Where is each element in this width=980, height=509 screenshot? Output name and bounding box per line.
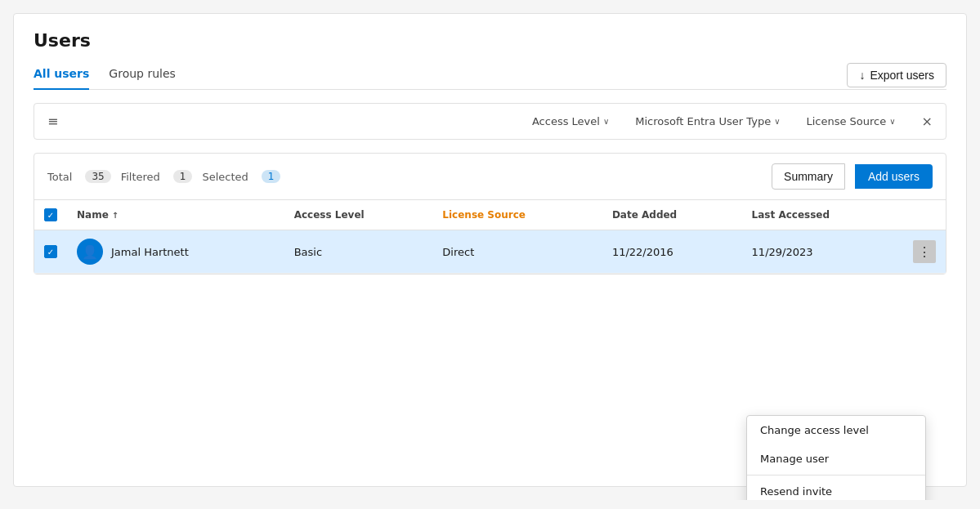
add-users-button[interactable]: Add users — [855, 164, 933, 189]
users-table: ✓ Name ↑ Access Level License Source Dat… — [34, 200, 946, 274]
access-level-label: Access Level — [532, 115, 600, 127]
filter-bar: ≡ Access Level ∨ Microsoft Entra User Ty… — [34, 103, 946, 140]
table-header-bar: Total 35 Filtered 1 Selected 1 Summary A… — [34, 154, 946, 200]
col-license-source: License Source — [432, 200, 602, 230]
table-container: Total 35 Filtered 1 Selected 1 Summary A… — [34, 153, 946, 275]
context-menu-divider-1 — [747, 475, 925, 476]
table-header-row: ✓ Name ↑ Access Level License Source Dat… — [34, 200, 946, 230]
col-last-accessed: Last Accessed — [742, 200, 903, 230]
row-license-source: Direct — [432, 230, 602, 274]
select-all-checkbox[interactable]: ✓ — [44, 208, 57, 221]
row-name-cell: 👤 Jamal Hartnett — [67, 230, 284, 274]
col-access-level: Access Level — [284, 200, 433, 230]
filter-access-level[interactable]: Access Level ∨ — [526, 112, 615, 131]
more-icon: ⋮ — [918, 244, 931, 260]
col-name[interactable]: Name ↑ — [67, 200, 284, 230]
total-count-badge: 35 — [85, 170, 110, 183]
check-icon: ✓ — [47, 248, 54, 257]
row-actions-cell: ⋮ — [903, 230, 946, 274]
table-row: ✓ 👤 Jamal Hartnett Basic Direct 11/22 — [34, 230, 946, 274]
filter-icon: ≡ — [47, 114, 58, 129]
context-menu-change-access[interactable]: Change access level — [747, 416, 925, 444]
row-checkbox[interactable]: ✓ — [44, 245, 57, 258]
filter-close-icon[interactable]: × — [922, 114, 933, 129]
filter-entra-user-type[interactable]: Microsoft Entra User Type ∨ — [629, 112, 786, 131]
license-source-chevron: ∨ — [889, 117, 895, 126]
tab-all-users[interactable]: All users — [34, 60, 89, 90]
total-label: Total — [47, 171, 72, 183]
summary-button[interactable]: Summary — [772, 163, 845, 190]
avatar: 👤 — [77, 239, 103, 265]
row-last-accessed: 11/29/2023 — [742, 230, 903, 274]
context-menu-resend-invite[interactable]: Resend invite — [747, 477, 925, 500]
license-source-label: License Source — [806, 115, 886, 127]
export-label: Export users — [870, 69, 934, 82]
selected-label: Selected — [202, 171, 248, 183]
export-down-icon: ↓ — [859, 69, 865, 82]
check-icon: ✓ — [47, 211, 54, 220]
name-sort-icon: ↑ — [112, 211, 119, 220]
user-name-wrapper: 👤 Jamal Hartnett — [77, 239, 275, 265]
context-menu-manage-user[interactable]: Manage user — [747, 444, 925, 473]
page-title: Users — [34, 30, 946, 51]
tabs: All users Group rules — [34, 60, 176, 89]
row-more-button[interactable]: ⋮ — [913, 240, 936, 263]
page-wrapper: Users All users Group rules ↓ Export use… — [13, 13, 967, 487]
export-users-button[interactable]: ↓ Export users — [847, 63, 946, 87]
entra-user-type-label: Microsoft Entra User Type — [635, 115, 771, 127]
filter-license-source[interactable]: License Source ∨ — [799, 112, 902, 131]
user-name: Jamal Hartnett — [111, 246, 189, 258]
tab-bar: All users Group rules ↓ Export users — [34, 60, 946, 90]
col-actions — [903, 200, 946, 230]
row-date-added: 11/22/2016 — [602, 230, 742, 274]
access-level-chevron: ∨ — [603, 117, 609, 126]
filtered-count-badge: 1 — [173, 170, 193, 183]
avatar-icon: 👤 — [82, 244, 98, 260]
selected-count-badge: 1 — [262, 170, 281, 183]
row-access-level: Basic — [284, 230, 433, 274]
row-checkbox-cell: ✓ — [34, 230, 67, 274]
col-checkbox: ✓ — [34, 200, 67, 230]
entra-user-type-chevron: ∨ — [774, 117, 780, 126]
tab-group-rules[interactable]: Group rules — [109, 60, 176, 90]
filtered-label: Filtered — [121, 171, 160, 183]
col-date-added: Date Added — [602, 200, 742, 230]
context-menu: Change access level Manage user Resend i… — [746, 415, 926, 500]
name-col-label: Name — [77, 209, 109, 221]
